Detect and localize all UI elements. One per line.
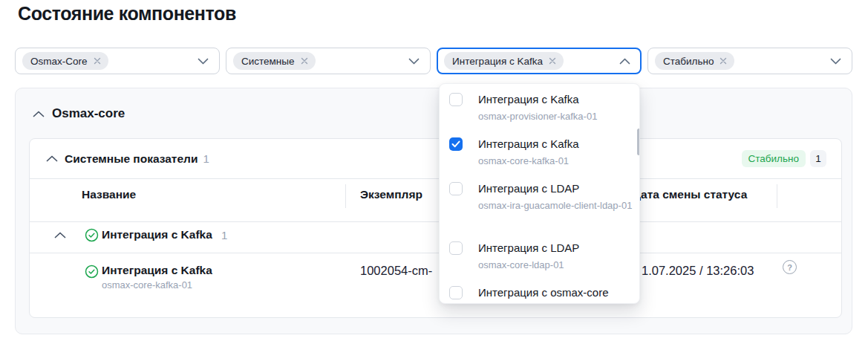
chip-remove-icon[interactable] (93, 56, 102, 65)
option-sublabel: osmax-core-kafka-01 (478, 154, 638, 169)
chevron-up-icon[interactable] (619, 58, 630, 65)
indicators-card: Системные показатели 1 Стабильно 1 Назва… (29, 138, 842, 318)
chevron-down-icon[interactable] (198, 58, 209, 65)
divider (30, 178, 841, 179)
checkbox-unchecked[interactable] (449, 182, 463, 195)
panel-header[interactable]: Osmax-core (33, 106, 125, 121)
dropdown-option[interactable]: Интеграция с osmax-core (449, 285, 638, 300)
checkbox-unchecked[interactable] (449, 241, 463, 255)
row-collapse-chevron-icon[interactable] (54, 232, 66, 238)
column-divider (777, 184, 777, 208)
filter-chip-label: Системные (241, 56, 295, 67)
component-panel: Osmax-core Системные показатели 1 Стабил… (15, 88, 852, 334)
checkbox-unchecked[interactable] (449, 93, 463, 106)
indicator-dropdown-list: Интеграция с Kafka osmax-provisioner-kaf… (439, 83, 640, 304)
group-row-count: 1 (221, 229, 227, 241)
filter-select-group[interactable]: Системные (226, 48, 431, 74)
divider (30, 253, 841, 253)
option-sublabel: osmax-core-ldap-01 (478, 258, 638, 273)
column-header-instance: Экземпляр (360, 188, 422, 201)
filter-chip-label: Стабильно (663, 56, 714, 67)
column-header-name: Название (82, 188, 136, 201)
filter-chip-indicator: Интеграция с Kafka (444, 52, 564, 70)
option-sublabel: osmax-ira-guacamole-client-ldap-01 (478, 198, 638, 213)
option-label: Интеграция с osmax-core (478, 285, 638, 300)
divider (30, 221, 841, 222)
filter-select-indicator[interactable]: Интеграция с Kafka (437, 48, 642, 74)
dropdown-option[interactable]: Интеграция с Kafka osmax-core-kafka-01 (449, 137, 638, 169)
chip-remove-icon[interactable] (719, 56, 728, 65)
filter-chip-label: Интеграция с Kafka (452, 56, 543, 67)
filter-chip-group: Системные (233, 52, 316, 70)
cell-instance: 1002054-cm- (360, 264, 432, 278)
collapse-chevron-icon[interactable] (33, 111, 45, 117)
filter-select-status[interactable]: Стабильно (647, 48, 852, 74)
filter-chip-status: Стабильно (655, 52, 734, 70)
option-sublabel: osmax-provisioner-kafka-01 (478, 109, 638, 124)
dropdown-option[interactable]: Интеграция с LDAP osmax-core-ldap-01 (449, 241, 638, 273)
chevron-down-icon[interactable] (830, 58, 841, 65)
card-header[interactable]: Системные показатели 1 Стабильно 1 (30, 139, 841, 178)
row-sublabel: osmax-core-kafka-01 (102, 279, 192, 291)
column-header-status-date: Дата смены статуса (633, 188, 747, 201)
filter-chip-component: Osmax-Core (22, 52, 108, 70)
collapse-chevron-icon[interactable] (46, 155, 58, 162)
option-label: Интеграция с LDAP (478, 241, 638, 256)
option-label: Интеграция с Kafka (478, 137, 638, 152)
dropdown-scrollbar[interactable] (637, 129, 640, 155)
status-count-badge: 1 (810, 150, 826, 167)
checkbox-unchecked[interactable] (449, 286, 463, 299)
filter-select-component[interactable]: Osmax-Core (15, 48, 220, 74)
page-title: Состояние компонентов (18, 3, 236, 25)
chip-remove-icon[interactable] (548, 56, 557, 65)
status-badge: Стабильно (742, 150, 806, 167)
status-ok-icon (85, 228, 99, 242)
group-row-label: Интеграция с Kafka (102, 228, 212, 241)
column-divider (345, 184, 346, 208)
status-ok-icon (85, 265, 99, 279)
card-count: 1 (203, 152, 209, 165)
cell-status-date: 1.07.2025 / 13:26:03 (642, 264, 754, 278)
help-icon[interactable]: ? (783, 260, 797, 274)
option-label: Интеграция с Kafka (478, 92, 638, 107)
dropdown-option[interactable]: Интеграция с Kafka osmax-provisioner-kaf… (449, 92, 638, 124)
filter-chip-label: Osmax-Core (30, 56, 88, 67)
component-status-screen: Состояние компонентов Osmax-Core Системн… (0, 0, 868, 344)
option-label: Интеграция с LDAP (478, 181, 638, 196)
panel-title: Osmax-core (52, 106, 125, 121)
checkbox-checked[interactable] (449, 137, 463, 151)
row-label: Интеграция с Kafka (102, 264, 212, 277)
card-title: Системные показатели (65, 152, 198, 166)
dropdown-option[interactable]: Интеграция с LDAP osmax-ira-guacamole-cl… (449, 181, 638, 213)
chevron-down-icon[interactable] (408, 58, 420, 65)
chip-remove-icon[interactable] (300, 56, 309, 65)
